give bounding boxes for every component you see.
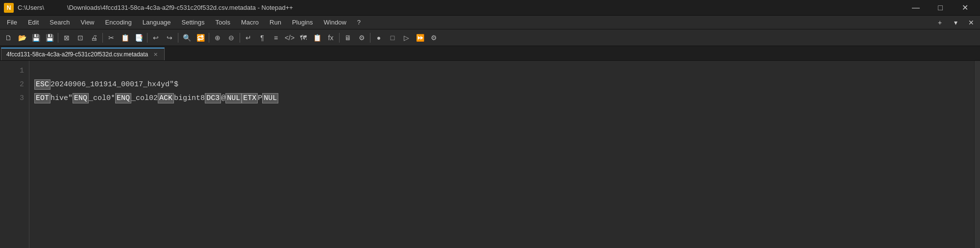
esc-token: ESC	[34, 79, 50, 90]
ack-token: ACK	[158, 93, 174, 103]
tb-wordwrap[interactable]: ↵	[242, 31, 255, 44]
tb-undo[interactable]: ↩	[149, 31, 162, 44]
app-icon: N	[4, 3, 14, 13]
col0-text: _col0*	[89, 94, 115, 102]
tb-sep6	[240, 33, 240, 43]
tb-replace[interactable]: 🔁	[194, 31, 207, 44]
menu-bar-right: + ▾ ✕	[933, 17, 978, 28]
tb-html[interactable]: </>	[283, 31, 296, 44]
title-bar-controls: — □ ✕	[905, 0, 976, 16]
tb-stop[interactable]: □	[386, 31, 399, 44]
menu-window[interactable]: Window	[319, 17, 351, 28]
tb-sep3	[147, 33, 147, 43]
tb-function[interactable]: fx	[324, 31, 337, 44]
close-button[interactable]: ✕	[954, 0, 976, 16]
menu-settings[interactable]: Settings	[177, 17, 210, 28]
code-line-1	[34, 64, 969, 77]
tab-close-button[interactable]: ✕	[152, 51, 159, 58]
menu-language[interactable]: Language	[138, 17, 176, 28]
tb-print[interactable]: 🖨	[88, 31, 100, 44]
tb-zoomin[interactable]: ⊕	[211, 31, 224, 44]
tb-paste[interactable]: 📑	[132, 31, 145, 44]
tb-cut[interactable]: ✂	[105, 31, 118, 44]
line-number-3: 3	[0, 91, 29, 105]
at-text: @	[221, 94, 225, 102]
tb-monitor[interactable]: 🖥	[342, 31, 354, 44]
enq-token-2: ENQ	[115, 93, 131, 103]
tb-clipboard[interactable]: 📋	[311, 31, 323, 44]
tb-sep2	[102, 33, 103, 43]
dropdown-button[interactable]: ▾	[949, 17, 962, 28]
enq-token-1: ENQ	[73, 93, 89, 103]
etx-token: ETX	[242, 93, 258, 103]
tb-copy[interactable]: 📋	[119, 31, 131, 44]
menu-bar: File Edit Search View Encoding Language …	[0, 16, 980, 29]
title-bar-left: N C:\Users\ \Downloads\4fccd131-58ca-4c3…	[4, 3, 293, 13]
tb-find[interactable]: 🔍	[180, 31, 193, 44]
title-bar: N C:\Users\ \Downloads\4fccd131-58ca-4c3…	[0, 0, 980, 16]
p-text: P	[258, 94, 262, 102]
nul-token-2: NUL	[262, 93, 278, 103]
minimize-button[interactable]: —	[905, 0, 927, 16]
tb-indent[interactable]: ≡	[270, 31, 282, 44]
menu-close-button[interactable]: ✕	[964, 17, 978, 28]
line-number-2: 2	[0, 77, 29, 91]
code-line-3: EOThive"ENQ_col0*ENQ_col02ACKbigint8DC3@…	[34, 91, 969, 105]
menu-view[interactable]: View	[76, 17, 99, 28]
hive-text: hive"	[50, 94, 73, 102]
active-tab[interactable]: 4fccd131-58ca-4c3a-a2f9-c531c20f532d.csv…	[1, 48, 165, 60]
tb-play[interactable]: ▷	[400, 31, 413, 44]
editor-content[interactable]: ESC20240906_101914_00017_hx4yd"$ EOThive…	[29, 61, 974, 248]
tb-new[interactable]: 🗋	[2, 31, 15, 44]
bigint8-text: bigint8	[174, 94, 205, 102]
menu-help[interactable]: ?	[352, 17, 366, 28]
code-line-2: ESC20240906_101914_00017_hx4yd"$	[34, 77, 969, 91]
menu-plugins[interactable]: Plugins	[287, 17, 318, 28]
menu-search[interactable]: Search	[45, 17, 74, 28]
tab-label: 4fccd131-58ca-4c3a-a2f9-c531c20f532d.csv…	[6, 51, 148, 58]
tb-macro[interactable]: ⚙	[427, 31, 440, 44]
tb-sep8	[370, 33, 370, 43]
tab-bar: 4fccd131-58ca-4c3a-a2f9-c531c20f532d.csv…	[0, 46, 980, 61]
menu-encoding[interactable]: Encoding	[100, 17, 137, 28]
tb-map[interactable]: 🗺	[297, 31, 310, 44]
line-numbers: 1 2 3	[0, 61, 29, 248]
line2-text: 20240906_101914_00017_hx4yd"$	[50, 80, 178, 89]
menu-tools[interactable]: Tools	[211, 17, 235, 28]
tb-saveall[interactable]: 💾	[43, 31, 56, 44]
eot-token: EOT	[34, 93, 50, 103]
tb-sep7	[339, 33, 340, 43]
tb-closeall[interactable]: ⊡	[74, 31, 87, 44]
tb-save[interactable]: 💾	[29, 31, 42, 44]
title-text: C:\Users\ \Downloads\4fccd131-58ca-4c3a-…	[18, 4, 293, 11]
tb-playall[interactable]: ⏩	[414, 31, 426, 44]
line-number-1: 1	[0, 64, 29, 77]
tb-allchars[interactable]: ¶	[256, 31, 269, 44]
tb-record[interactable]: ●	[372, 31, 385, 44]
menu-edit[interactable]: Edit	[23, 17, 44, 28]
maximize-button[interactable]: □	[929, 0, 952, 16]
menu-macro[interactable]: Macro	[236, 17, 264, 28]
col02-text: _col02	[131, 94, 158, 102]
tb-zoomout[interactable]: ⊖	[225, 31, 238, 44]
menu-run[interactable]: Run	[265, 17, 286, 28]
tb-sep5	[209, 33, 209, 43]
menu-file[interactable]: File	[2, 17, 22, 28]
tb-sep4	[178, 33, 178, 43]
tb-close[interactable]: ⊠	[60, 31, 73, 44]
tb-redo[interactable]: ↪	[163, 31, 176, 44]
editor-area: 1 2 3 ESC20240906_101914_00017_hx4yd"$ E…	[0, 61, 980, 248]
tb-sep1	[58, 33, 58, 43]
new-tab-button[interactable]: +	[933, 17, 947, 28]
vertical-scrollbar[interactable]	[974, 61, 980, 248]
nul-token-1: NUL	[225, 93, 242, 103]
dc3-token: DC3	[205, 93, 221, 103]
tb-open[interactable]: 📂	[16, 31, 28, 44]
toolbar: 🗋 📂 💾 💾 ⊠ ⊡ 🖨 ✂ 📋 📑 ↩ ↪ 🔍 🔁 ⊕ ⊖ ↵ ¶ ≡ </…	[0, 29, 980, 46]
tb-settings[interactable]: ⚙	[355, 31, 368, 44]
